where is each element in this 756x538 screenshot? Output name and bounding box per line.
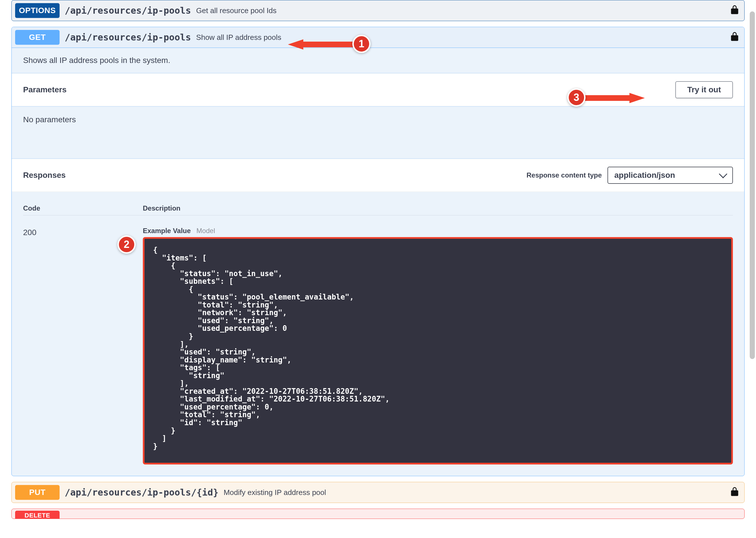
responses-table-header: Code Description (23, 204, 733, 215)
lock-icon[interactable] (730, 31, 739, 43)
callout-3-arrow-icon (585, 92, 645, 104)
endpoint-delete: DELETE (11, 509, 745, 519)
col-code-header: Code (23, 204, 143, 212)
endpoint-options: OPTIONS /api/resources/ip-pools Get all … (11, 0, 745, 21)
responses-header: Responses Response content type applicat… (12, 158, 744, 192)
endpoint-get-summary[interactable]: GET /api/resources/ip-pools Show all IP … (12, 27, 744, 48)
lock-icon[interactable] (730, 487, 739, 498)
method-badge-put: PUT (15, 485, 60, 500)
svg-marker-1 (288, 39, 303, 50)
scrollbar-track[interactable] (750, 11, 755, 518)
endpoint-options-summary[interactable]: OPTIONS /api/resources/ip-pools Get all … (12, 0, 744, 21)
page-root: OPTIONS /api/resources/ip-pools Get all … (0, 0, 756, 538)
method-badge-options: OPTIONS (15, 3, 60, 18)
endpoint-path: /api/resources/ip-pools (65, 5, 191, 16)
endpoint-path: /api/resources/ip-pools/{id} (65, 487, 218, 498)
callout-1-arrow-icon (288, 39, 354, 50)
tab-model[interactable]: Model (197, 227, 215, 235)
callout-1-badge: 1 (352, 35, 371, 53)
endpoint-long-desc: Shows all IP address pools in the system… (12, 48, 744, 73)
endpoint-desc: Modify existing IP address pool (223, 488, 326, 497)
response-row-200: 200 Example Value Model { "items": [ { "… (23, 227, 733, 464)
callout-2-badge: 2 (117, 235, 136, 254)
example-value-box: { "items": [ { "status": "not_in_use", "… (143, 237, 733, 464)
response-tabs: Example Value Model (143, 227, 733, 235)
scrollbar-thumb[interactable] (750, 11, 755, 359)
callout-3-badge: 3 (567, 88, 586, 107)
method-badge-get: GET (15, 30, 60, 45)
method-badge-delete: DELETE (15, 511, 60, 519)
response-content-type: Response content type application/json (527, 167, 733, 184)
col-desc-header: Description (143, 204, 180, 212)
endpoint-put: PUT /api/resources/ip-pools/{id} Modify … (11, 482, 745, 503)
try-it-out-button[interactable]: Try it out (675, 81, 733, 98)
response-ct-label: Response content type (527, 171, 602, 179)
no-parameters-text: No parameters (12, 107, 744, 158)
responses-title: Responses (23, 171, 66, 180)
endpoint-put-summary[interactable]: PUT /api/resources/ip-pools/{id} Modify … (12, 482, 744, 503)
tab-example-value[interactable]: Example Value (143, 227, 191, 235)
endpoint-path: /api/resources/ip-pools (65, 32, 191, 43)
lock-icon[interactable] (730, 5, 739, 17)
endpoint-get-body: Shows all IP address pools in the system… (12, 48, 744, 476)
responses-table: Code Description 200 Example Value Model… (12, 192, 744, 476)
endpoint-desc: Show all IP address pools (196, 33, 281, 42)
endpoint-desc: Get all resource pool Ids (196, 6, 276, 15)
example-json-code[interactable]: { "items": [ { "status": "not_in_use", "… (145, 239, 731, 463)
svg-marker-3 (629, 93, 645, 103)
endpoint-delete-summary[interactable]: DELETE (12, 509, 744, 519)
response-ct-select[interactable]: application/json (608, 167, 733, 184)
parameters-title: Parameters (23, 85, 67, 94)
response-body: Example Value Model { "items": [ { "stat… (143, 227, 733, 464)
